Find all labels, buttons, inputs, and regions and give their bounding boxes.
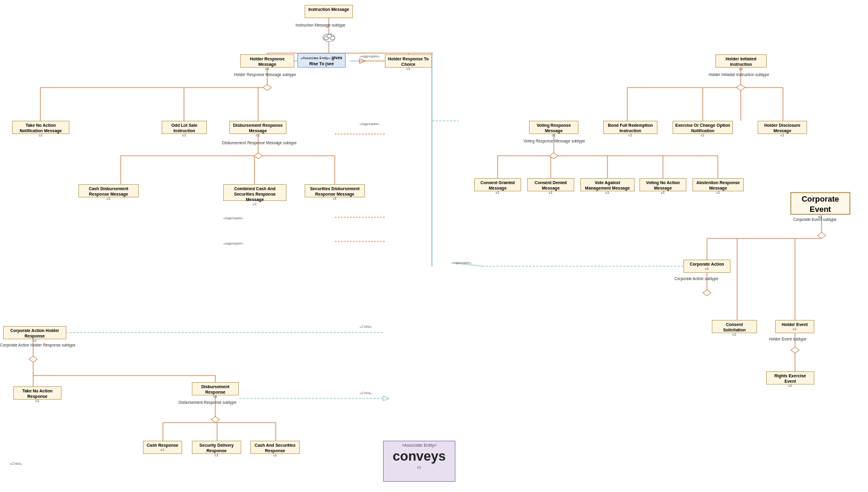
take-no-action-response-box[interactable]: Take No Action Response c1 xyxy=(13,386,62,400)
holder-initiated-instruction-box[interactable]: Holder Initiated Instruction c1 xyxy=(715,54,767,68)
hrm-subtype-label: Holder Response Message subtype xyxy=(234,72,296,77)
cloud-shape xyxy=(323,33,335,42)
cash-disbursement-response-box[interactable]: Cash Disbursement Response Message c1 xyxy=(78,184,139,197)
aggregate3-label: «aggregate» xyxy=(223,216,244,220)
voting-response-message-box[interactable]: Voting Response Message c1 xyxy=(529,121,578,134)
svg-marker-51 xyxy=(29,356,37,362)
diagram-container: Instruction Message Instruction Message … xyxy=(0,0,868,492)
rights-exercise-event-box[interactable]: Rights Exercise Event c1 xyxy=(766,371,814,385)
svg-marker-65 xyxy=(791,347,799,353)
odd-lot-sale-box[interactable]: Odd Lot Sale Instruction c1 xyxy=(162,121,207,134)
aggregate1-label: «aggregate» xyxy=(360,54,380,58)
holder-response-to-choice-box[interactable]: Holder Response To Choice c1 xyxy=(385,54,432,68)
take-no-action-notification-box[interactable]: Take No Action Notification Message c1 xyxy=(12,121,69,134)
conveys-box[interactable]: «Associate Entity» conveys c1 xyxy=(383,441,455,482)
associate-entity-box[interactable]: «Associate Entity» gives Rise To (see xyxy=(297,53,346,68)
security-delivery-response-box[interactable]: Security Delivery Response c1 xyxy=(192,441,241,454)
consent-solicitation-box[interactable]: Consent Solicitation c1 xyxy=(712,320,757,333)
child3-label: «Child» xyxy=(10,462,22,465)
corporate-action-holder-response-box[interactable]: Corporate Action Holder Response c1 xyxy=(3,326,66,339)
bond-full-redemption-box[interactable]: Bond Full Redemption Instruction c1 xyxy=(603,121,657,134)
exercise-or-change-box[interactable]: Exercise Or Change Option Notification c… xyxy=(673,121,733,134)
holder-disclosure-box[interactable]: Holder Disclosure Message c1 xyxy=(758,121,807,134)
svg-marker-15 xyxy=(263,85,271,91)
holder-response-message-box[interactable]: Holder Response Message c1 xyxy=(240,54,294,68)
aggregate5-label: «aggregate» xyxy=(451,261,472,264)
aggregate4-label: «aggregate» xyxy=(223,241,244,245)
child2-label: «Child» xyxy=(360,391,372,395)
voting-no-action-box[interactable]: Voting No Action Message c1 xyxy=(639,178,686,191)
dr-subtype-label: Disbursement Response subtype xyxy=(179,400,236,404)
consent-granted-box[interactable]: Consent Granted Message c1 xyxy=(474,178,521,191)
cahr-subtype-label: Corporate Action Holder Response subtype xyxy=(0,343,75,347)
aggregate2-label: «aggregate» xyxy=(360,122,380,126)
cash-response-box[interactable]: Cash Response c1 xyxy=(143,441,182,454)
hii-subtype-label: Holder Initiated Instruction subtype xyxy=(709,72,769,77)
vote-against-box[interactable]: Vote Against Management Message c1 xyxy=(580,178,635,191)
svg-marker-63 xyxy=(383,396,389,401)
cash-and-securities-response-box[interactable]: Cash And Securities Response c1 xyxy=(250,441,300,454)
ce-subtype-label: Corporate Event subtype xyxy=(793,217,837,222)
child1-label: «Child» xyxy=(360,325,372,328)
corporate-event-box[interactable]: Corporate Event c1 xyxy=(790,192,851,215)
instruction-message-box[interactable]: Instruction Message xyxy=(305,5,353,18)
consent-denied-box[interactable]: Consent Denied Message c1 xyxy=(527,178,574,191)
he-subtype-label: Holder Event subtype xyxy=(769,337,806,341)
ca-subtype-label: Corporate Action subtype xyxy=(674,276,718,281)
svg-marker-32 xyxy=(550,153,558,159)
combined-cash-securities-box[interactable]: Combined Cash And Securities Response Me… xyxy=(223,184,287,201)
abstention-response-box[interactable]: Abstention Response Message c1 xyxy=(692,178,744,191)
svg-point-74 xyxy=(327,34,332,38)
instruction-message-subtype-label: Instruction Message subtype xyxy=(296,23,346,27)
vrm-subtype-label: Voting Response Message subtype xyxy=(524,139,585,143)
drm-subtype-label: Disbursement Response Message subtype xyxy=(222,141,297,145)
svg-marker-39 xyxy=(737,85,745,91)
holder-event-box[interactable]: Holder Event c1 xyxy=(775,320,814,333)
corporate-action-box[interactable]: Corporate Action c1 xyxy=(683,260,730,273)
svg-marker-21 xyxy=(254,153,262,159)
svg-marker-47 xyxy=(703,290,711,296)
svg-marker-57 xyxy=(211,417,220,423)
disbursement-response-box[interactable]: Disbursement Response c1 xyxy=(192,382,239,395)
svg-marker-41 xyxy=(817,232,826,238)
disbursement-response-message-box[interactable]: Disbursement Response Message c1 xyxy=(229,121,287,134)
securities-disbursement-response-box[interactable]: Securities Disbursement Response Message… xyxy=(305,184,365,197)
svg-marker-9 xyxy=(360,59,366,63)
